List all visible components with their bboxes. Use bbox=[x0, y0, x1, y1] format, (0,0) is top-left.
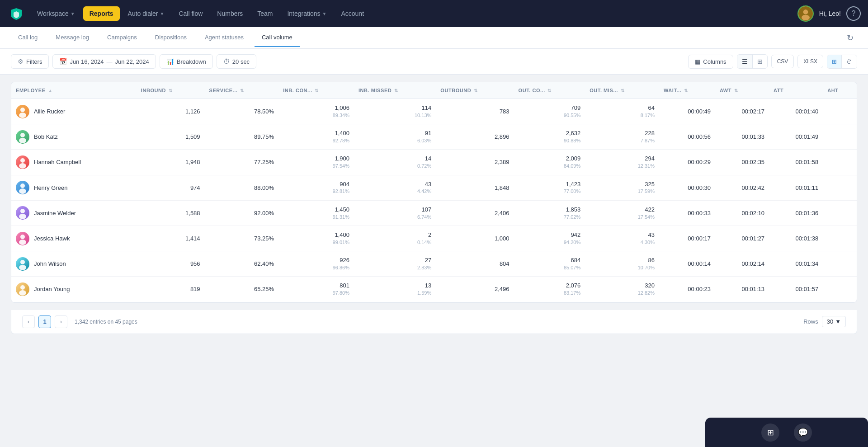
tab-agent-statuses[interactable]: Agent statuses bbox=[198, 28, 251, 47]
cell-service: 73.25% bbox=[205, 226, 279, 251]
cell-out-co: 2,009 84.09% bbox=[514, 150, 585, 175]
nav-item-team[interactable]: Team bbox=[251, 6, 279, 21]
logo[interactable] bbox=[7, 5, 25, 23]
sort-icon: ⇅ bbox=[734, 88, 738, 93]
employee-avatar bbox=[16, 232, 29, 245]
nav-item-integrations[interactable]: Integrations ▼ bbox=[281, 6, 333, 21]
cell-wait: 00:00:29 bbox=[659, 150, 715, 175]
col-out-mis[interactable]: OUT. MIS... ⇅ bbox=[585, 82, 659, 99]
sort-icon: ⇅ bbox=[315, 88, 319, 93]
employee-avatar bbox=[16, 130, 29, 144]
next-page-button[interactable]: › bbox=[55, 315, 67, 328]
cell-outbound: 2,896 bbox=[436, 124, 514, 150]
svg-point-14 bbox=[19, 188, 26, 194]
col-employee[interactable]: EMPLOYEE ▲ bbox=[11, 82, 137, 99]
rows-chevron-icon: ▼ bbox=[835, 318, 841, 325]
csv-export-button[interactable]: CSV bbox=[771, 55, 794, 68]
cell-inbound: 956 bbox=[137, 251, 205, 277]
nav-item-workspace[interactable]: Workspace ▼ bbox=[31, 6, 81, 21]
nav-item-reports[interactable]: Reports bbox=[83, 6, 120, 21]
cell-inb-con: 926 96.86% bbox=[278, 251, 354, 277]
breakdown-icon: 📊 bbox=[166, 58, 174, 65]
toolbar-right: ▦ Columns ☰ ⊞ CSV XLSX ⊞ ⏱ bbox=[688, 54, 857, 69]
help-button[interactable]: ? bbox=[846, 6, 861, 21]
xlsx-export-button[interactable]: XLSX bbox=[797, 55, 823, 68]
cell-awt: 00:02:10 bbox=[715, 200, 769, 226]
refresh-button[interactable]: ↻ bbox=[843, 31, 857, 45]
col-out-co[interactable]: OUT. CO... ⇅ bbox=[514, 82, 585, 99]
avatar[interactable] bbox=[797, 5, 814, 22]
cell-employee: Henry Green bbox=[11, 175, 137, 200]
table-row: Jordan Young 819 65.25% 801 97.80% 13 1.… bbox=[11, 277, 857, 302]
nav-item-account[interactable]: Account bbox=[335, 6, 370, 21]
employee-name: Bob Katz bbox=[34, 133, 58, 140]
chart-view-button[interactable]: ⏱ bbox=[842, 55, 857, 68]
col-aht[interactable]: AHT bbox=[823, 82, 857, 99]
employee-avatar bbox=[16, 206, 29, 220]
cell-out-co: 2,632 90.88% bbox=[514, 124, 585, 150]
cell-inb-missed: 27 2.83% bbox=[354, 251, 436, 277]
employee-avatar bbox=[16, 155, 29, 169]
interval-button[interactable]: ⏱ 20 sec bbox=[217, 54, 256, 69]
cell-service: 77.25% bbox=[205, 150, 279, 175]
cell-out-co: 709 90.55% bbox=[514, 99, 585, 124]
cell-awt: 00:02:42 bbox=[715, 175, 769, 200]
date-range-button[interactable]: 📅 Jun 16, 2024 — Jun 22, 2024 bbox=[52, 54, 156, 69]
nav-item-autodialer[interactable]: Auto dialer ▼ bbox=[122, 6, 171, 21]
col-inb-con[interactable]: INB. CON... ⇅ bbox=[278, 82, 354, 99]
cell-wait: 00:00:30 bbox=[659, 175, 715, 200]
col-awt[interactable]: AWT ⇅ bbox=[715, 82, 769, 99]
svg-point-17 bbox=[19, 214, 26, 219]
employee-name: Jessica Hawk bbox=[34, 235, 70, 242]
employee-avatar bbox=[16, 257, 29, 271]
svg-point-20 bbox=[19, 240, 26, 245]
sort-icon: ⇅ bbox=[169, 88, 173, 93]
cell-outbound: 2,389 bbox=[436, 150, 514, 175]
tab-dispositions[interactable]: Dispositions bbox=[148, 28, 194, 47]
filters-button[interactable]: ⚙ Filters bbox=[11, 54, 49, 69]
table-row: Jessica Hawk 1,414 73.25% 1,400 99.01% 2… bbox=[11, 226, 857, 251]
cell-inb-missed: 91 6.03% bbox=[354, 124, 436, 150]
list-view-button[interactable]: ☰ bbox=[737, 55, 753, 68]
sort-icon: ⇅ bbox=[474, 88, 478, 93]
table-view-button[interactable]: ⊞ bbox=[827, 55, 842, 68]
integrations-chevron-icon: ▼ bbox=[322, 11, 327, 16]
prev-page-button[interactable]: ‹ bbox=[22, 315, 35, 328]
cell-inb-missed: 107 6.74% bbox=[354, 200, 436, 226]
cell-wait: 00:00:14 bbox=[659, 251, 715, 277]
cell-inbound: 1,588 bbox=[137, 200, 205, 226]
tab-campaigns[interactable]: Campaigns bbox=[100, 28, 144, 47]
svg-point-5 bbox=[19, 113, 26, 118]
col-inb-missed[interactable]: INB. MISSED ⇅ bbox=[354, 82, 436, 99]
cell-employee: Jasmine Welder bbox=[11, 200, 137, 226]
tab-call-volume[interactable]: Call volume bbox=[255, 28, 300, 47]
tab-call-log[interactable]: Call log bbox=[11, 28, 45, 47]
grid-view-button[interactable]: ⊞ bbox=[753, 55, 767, 68]
col-service[interactable]: SERVICE... ⇅ bbox=[205, 82, 279, 99]
cell-aht bbox=[823, 175, 857, 200]
cell-inb-con: 1,400 92.78% bbox=[278, 124, 354, 150]
cell-out-mis: 320 12.82% bbox=[585, 277, 659, 302]
col-wait[interactable]: WAIT... ⇅ bbox=[659, 82, 715, 99]
col-att[interactable]: ATT bbox=[769, 82, 823, 99]
col-outbound[interactable]: OUTBOUND ⇅ bbox=[436, 82, 514, 99]
employee-name: Allie Rucker bbox=[34, 108, 65, 115]
breakdown-button[interactable]: 📊 Breakdown bbox=[160, 54, 213, 69]
cell-inbound: 1,126 bbox=[137, 99, 205, 124]
columns-button[interactable]: ▦ Columns bbox=[688, 55, 733, 69]
current-page[interactable]: 1 bbox=[38, 315, 51, 328]
cell-employee: Jordan Young bbox=[11, 277, 137, 302]
cell-awt: 00:02:17 bbox=[715, 99, 769, 124]
rows-per-page-select[interactable]: 30 ▼ bbox=[822, 316, 846, 327]
navbar: Workspace ▼ Reports Auto dialer ▼ Call f… bbox=[0, 0, 868, 27]
cell-service: 62.40% bbox=[205, 251, 279, 277]
nav-item-callflow[interactable]: Call flow bbox=[172, 6, 209, 21]
col-inbound[interactable]: INBOUND ⇅ bbox=[137, 82, 205, 99]
cell-out-mis: 64 8.17% bbox=[585, 99, 659, 124]
cell-aht bbox=[823, 124, 857, 150]
call-volume-table: EMPLOYEE ▲ INBOUND ⇅ SERVICE... ⇅ INB. C… bbox=[11, 82, 857, 302]
cell-aht bbox=[823, 99, 857, 124]
nav-item-numbers[interactable]: Numbers bbox=[211, 6, 249, 21]
cell-aht bbox=[823, 251, 857, 277]
tab-message-log[interactable]: Message log bbox=[48, 28, 96, 47]
